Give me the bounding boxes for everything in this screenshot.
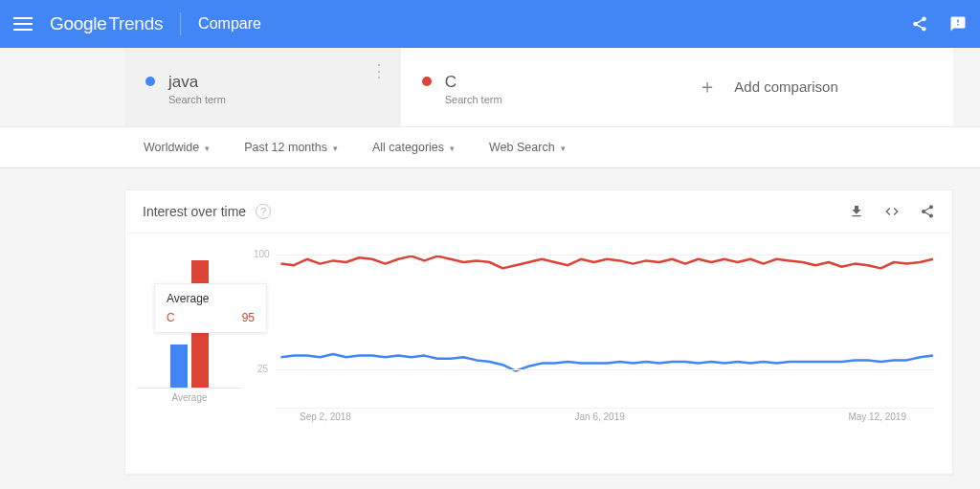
- chart-title: Interest over time: [143, 204, 246, 219]
- x-tick: Sep 2, 2018: [300, 411, 351, 422]
- logo-trends: Trends: [108, 13, 163, 33]
- line-plot: 100 25 Sep 2, 2018 Jan 6, 2019 May 12, 2…: [242, 239, 941, 448]
- gridline: [277, 369, 933, 370]
- download-icon[interactable]: [849, 204, 864, 219]
- embed-icon[interactable]: [883, 204, 901, 219]
- tooltip-value: 95: [242, 311, 255, 324]
- add-comparison[interactable]: ＋Add comparison: [677, 48, 953, 126]
- filter-geo[interactable]: Worldwide: [144, 141, 210, 154]
- help-icon[interactable]: ?: [256, 204, 271, 219]
- average-panel: Average Average C95: [137, 239, 242, 448]
- filter-time[interactable]: Past 12 months: [244, 141, 338, 154]
- term-sub: Search term: [168, 94, 380, 105]
- tooltip-label: C: [167, 311, 175, 324]
- term-sub: Search term: [445, 94, 657, 105]
- more-icon[interactable]: ⋮: [370, 69, 388, 74]
- x-labels: Sep 2, 2018 Jan 6, 2019 May 12, 2019: [300, 411, 906, 422]
- term-label: C: [445, 73, 457, 91]
- y-tick: 100: [254, 249, 270, 259]
- gridline: [277, 408, 933, 409]
- avg-label: Average: [137, 392, 242, 403]
- color-dot: [145, 77, 155, 86]
- filter-category[interactable]: All categories: [372, 141, 455, 154]
- avg-tooltip: Average C95: [154, 283, 267, 333]
- avg-bar-java: [170, 345, 188, 388]
- menu-icon[interactable]: [13, 17, 33, 31]
- chart-header: Interest over time ?: [125, 190, 952, 233]
- filter-type[interactable]: Web Search: [489, 141, 566, 154]
- feedback-icon[interactable]: [949, 15, 967, 33]
- term-card-java[interactable]: java Search term ⋮: [124, 48, 401, 126]
- term-label: java: [168, 73, 198, 91]
- y-tick: 25: [257, 364, 268, 374]
- page-title: Compare: [198, 15, 261, 33]
- chart-body: Average Average C95 100 25 Sep 2, 2018 J…: [125, 233, 952, 465]
- color-dot: [422, 77, 432, 86]
- tooltip-title: Average: [167, 292, 255, 305]
- chart-tools: [849, 204, 935, 219]
- share-chart-icon[interactable]: [920, 204, 935, 219]
- term-card-c[interactable]: C Search term: [401, 48, 678, 126]
- divider: [180, 12, 181, 35]
- filter-bar: Worldwide Past 12 months All categories …: [0, 126, 980, 168]
- app-header: GoogleTrends Compare: [0, 0, 980, 48]
- x-tick: Jan 6, 2019: [575, 411, 625, 422]
- line-svg: [242, 255, 941, 408]
- share-icon[interactable]: [911, 15, 928, 33]
- plus-icon: ＋: [698, 76, 717, 97]
- add-label: Add comparison: [734, 78, 837, 95]
- logo[interactable]: GoogleTrends: [50, 13, 163, 34]
- logo-google: Google: [50, 13, 106, 33]
- interest-over-time-card: Interest over time ? Average Average C95…: [124, 189, 953, 475]
- compare-terms: java Search term ⋮ C Search term ＋Add co…: [124, 48, 953, 126]
- x-tick: May 12, 2019: [848, 411, 906, 422]
- gridline: [277, 255, 933, 256]
